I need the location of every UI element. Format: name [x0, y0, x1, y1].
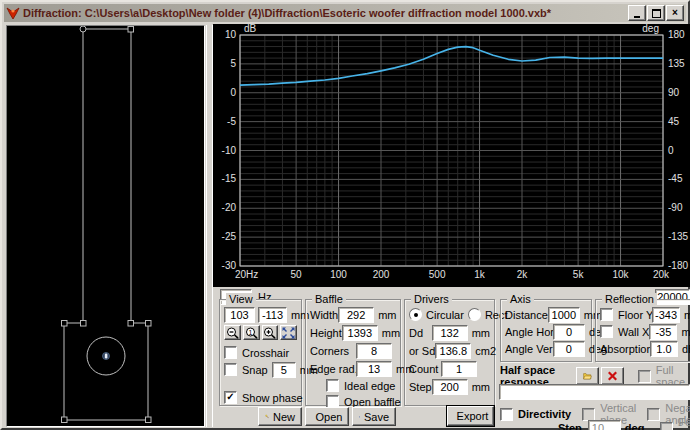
sd-input[interactable]: [435, 343, 471, 359]
angle-ver-input[interactable]: [553, 341, 585, 357]
zoom-in-button[interactable]: [262, 325, 279, 340]
zoom-out-icon: [226, 327, 239, 339]
step-label: Step: [409, 381, 432, 393]
zoom-fit-button[interactable]: [280, 325, 297, 340]
svg-text:deg: deg: [642, 24, 659, 34]
snap-label: Snap: [242, 364, 268, 376]
drivers-group: Drivers Circular Rect. Dd mm or Sd cm2 C…: [404, 299, 495, 406]
view-group: View mm 1: [219, 299, 302, 406]
floor-checkbox[interactable]: [600, 308, 613, 321]
dd-label: Dd: [409, 327, 432, 339]
zoom-out-button[interactable]: [224, 325, 241, 340]
save-button[interactable]: Save: [352, 407, 396, 426]
count-input[interactable]: [441, 361, 477, 377]
open-button[interactable]: Open: [305, 407, 349, 426]
sd-label: or Sd: [409, 345, 435, 357]
floor-input[interactable]: [652, 307, 680, 323]
ideal-edge-label: Ideal edge: [344, 380, 395, 392]
svg-text:135: 135: [668, 58, 685, 69]
svg-text:10: 10: [225, 29, 237, 40]
minimize-icon: [634, 16, 640, 18]
axis-group-title: Axis: [507, 293, 534, 305]
distance-input[interactable]: [548, 307, 580, 323]
svg-text:-45: -45: [668, 173, 683, 184]
svg-text:dB: dB: [244, 24, 257, 34]
svg-text:200: 200: [373, 269, 390, 280]
panel-splitter[interactable]: [206, 25, 213, 427]
reflection-group-title: Reflection: [602, 293, 657, 305]
svg-text:1k: 1k: [474, 269, 486, 280]
app-window: Diffraction: C:\Users\a\Desktop\New fold…: [0, 0, 690, 430]
absorption-unit: dB: [682, 343, 690, 355]
svg-text:-10: -10: [222, 145, 237, 156]
baffle-handles[interactable]: [62, 26, 152, 423]
svg-text:500: 500: [429, 269, 446, 280]
directivity-checkbox[interactable]: [500, 408, 513, 421]
step-unit: mm: [472, 381, 490, 393]
angle-ver-label: Angle Ver: [505, 343, 553, 355]
circular-radio[interactable]: [409, 308, 422, 321]
dd-input[interactable]: [432, 325, 468, 341]
baffle-corners-input[interactable]: [356, 343, 392, 359]
dd-unit: mm: [472, 327, 490, 339]
crosshair-label: Crosshair: [242, 347, 289, 359]
response-file-field[interactable]: [499, 384, 690, 400]
svg-text:45: 45: [668, 116, 680, 127]
minimize-button[interactable]: [628, 5, 646, 21]
wall-input[interactable]: [649, 324, 677, 340]
show-phase-checkbox[interactable]: [224, 391, 237, 404]
wall-label: Wall X: [618, 326, 649, 338]
svg-text:90: 90: [668, 87, 680, 98]
new-button[interactable]: New: [258, 407, 302, 426]
snap-checkbox[interactable]: [224, 363, 237, 376]
rect-radio[interactable]: [468, 308, 481, 321]
baffle-edge-rad-label: Edge rad.: [310, 363, 356, 375]
export-button[interactable]: Export: [447, 406, 494, 426]
zoom-in-icon: [263, 327, 276, 339]
svg-text:-180: -180: [668, 260, 688, 271]
baffle-height-input[interactable]: [342, 325, 378, 341]
angle-hor-input[interactable]: [553, 324, 585, 340]
svg-text:2k: 2k: [517, 269, 529, 280]
view-x-input[interactable]: [224, 307, 255, 323]
restore-button[interactable]: [647, 5, 665, 21]
baffle-height-unit: mm: [382, 327, 400, 339]
angle-hor-label: Angle Hor: [505, 326, 553, 338]
baffle-width-input[interactable]: [338, 307, 374, 323]
absorption-input[interactable]: [650, 341, 678, 357]
new-button-label: New: [273, 411, 295, 423]
baffle-edge-rad-input[interactable]: [356, 361, 392, 377]
app-icon: [6, 7, 20, 20]
load-response-button[interactable]: [576, 367, 599, 385]
view-group-title: View: [226, 293, 256, 305]
svg-text:5: 5: [230, 58, 236, 69]
crosshair-checkbox[interactable]: [224, 346, 237, 359]
ideal-edge-checkbox[interactable]: [326, 379, 339, 392]
step-input[interactable]: [432, 379, 468, 395]
full-space-checkbox[interactable]: [638, 370, 651, 383]
svg-text:10k: 10k: [612, 269, 629, 280]
view-y-input[interactable]: [258, 307, 287, 323]
save-button-label: Save: [364, 411, 389, 423]
svg-text:-25: -25: [222, 231, 237, 242]
clear-response-button[interactable]: [601, 367, 624, 385]
close-button[interactable]: ×: [666, 5, 684, 21]
baffle-width-unit: mm: [378, 309, 396, 321]
svg-text:100: 100: [330, 269, 347, 280]
open-button-label: Open: [316, 411, 343, 423]
magic-wand-icon: [265, 410, 269, 423]
snap-input[interactable]: [272, 362, 296, 378]
circular-label: Circular: [426, 309, 464, 321]
response-chart: -30-25-20-15-10-50510-180-135-90-4504590…: [213, 24, 690, 287]
wall-checkbox[interactable]: [600, 325, 613, 338]
zoom-reset-button[interactable]: 1: [243, 325, 260, 340]
feed-speaker-checkbox[interactable]: [660, 422, 673, 430]
baffle-drawing-panel[interactable]: [6, 25, 205, 427]
sd-unit: cm2: [475, 345, 496, 357]
close-icon: ×: [672, 8, 678, 18]
svg-text:20Hz: 20Hz: [235, 269, 258, 280]
svg-text:-90: -90: [668, 202, 683, 213]
feed-speaker-label: Feed speaker: [678, 416, 690, 430]
count-label: Count: [409, 363, 441, 375]
directivity-step-input[interactable]: [588, 420, 621, 430]
